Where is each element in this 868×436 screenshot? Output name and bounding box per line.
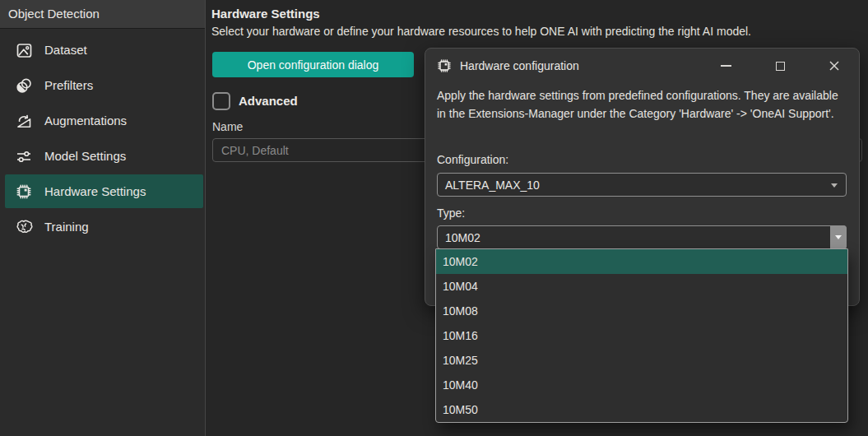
contrast-icon (15, 77, 33, 95)
page-title: Hardware Settings (211, 7, 320, 21)
type-combobox[interactable]: 10M02 (437, 225, 847, 249)
dialog-description: Apply the hardware settings from predefi… (437, 86, 850, 123)
sidebar-nav: Dataset Prefilters (0, 29, 205, 244)
chip-icon (436, 58, 453, 74)
type-combobox-value: 10M02 (445, 231, 480, 244)
dropdown-caret-icon (831, 183, 838, 188)
configuration-select-value: ALTERA_MAX_10 (445, 179, 540, 192)
chip-icon (15, 183, 33, 201)
dialog-title: Hardware configuration (460, 59, 579, 72)
sidebar-item-dataset[interactable]: Dataset (5, 33, 203, 67)
shuffle-icon (15, 112, 33, 130)
image-icon (15, 41, 33, 59)
app-window: Object Detection Dataset (0, 0, 868, 436)
sidebar-item-model-settings[interactable]: Model Settings (5, 139, 203, 173)
minimize-icon (721, 65, 731, 67)
configuration-label: Configuration: (437, 153, 508, 166)
type-option[interactable]: 10M04 (436, 274, 847, 299)
type-combobox-dropdown-button[interactable] (830, 225, 847, 249)
minimize-button[interactable] (714, 57, 737, 75)
brain-icon (15, 218, 33, 236)
advanced-checkbox-label: Advanced (239, 94, 298, 108)
configuration-select[interactable]: ALTERA_MAX_10 (437, 173, 847, 197)
type-label: Type: (437, 206, 465, 220)
name-field-label: Name (212, 120, 243, 133)
type-option[interactable]: 10M16 (436, 323, 847, 348)
dropdown-caret-icon (835, 235, 842, 239)
sidebar-item-label: Model Settings (44, 149, 126, 163)
sidebar: Object Detection Dataset (0, 0, 206, 436)
sliders-icon (15, 147, 33, 165)
sidebar-item-hardware-settings[interactable]: Hardware Settings (5, 174, 203, 208)
type-options-list: 10M02 10M04 10M08 10M16 10M25 10M40 10M5… (435, 248, 848, 423)
dialog-titlebar[interactable]: Hardware configuration (425, 49, 859, 83)
sidebar-item-label: Prefilters (44, 78, 93, 92)
open-configuration-dialog-button[interactable]: Open configuration dialog (212, 52, 414, 77)
sidebar-item-prefilters[interactable]: Prefilters (5, 68, 203, 102)
type-option[interactable]: 10M40 (436, 373, 847, 397)
type-option[interactable]: 10M50 (436, 397, 847, 422)
sidebar-item-label: Dataset (44, 43, 87, 57)
page-description: Select your hardware or define your hard… (211, 25, 751, 38)
type-option[interactable]: 10M25 (436, 348, 847, 373)
maximize-icon (776, 62, 785, 71)
project-title: Object Detection (0, 0, 205, 29)
sidebar-item-label: Training (44, 220, 89, 234)
sidebar-item-label: Hardware Settings (44, 184, 146, 198)
type-option[interactable]: 10M08 (436, 299, 847, 323)
sidebar-item-label: Augmentations (44, 114, 127, 128)
maximize-button[interactable] (768, 57, 791, 75)
close-button[interactable] (823, 57, 846, 75)
sidebar-item-training[interactable]: Training (5, 210, 203, 244)
type-option[interactable]: 10M02 (436, 249, 847, 274)
sidebar-item-augmentations[interactable]: Augmentations (5, 104, 203, 137)
close-icon (829, 60, 840, 72)
advanced-checkbox[interactable] (212, 92, 230, 110)
